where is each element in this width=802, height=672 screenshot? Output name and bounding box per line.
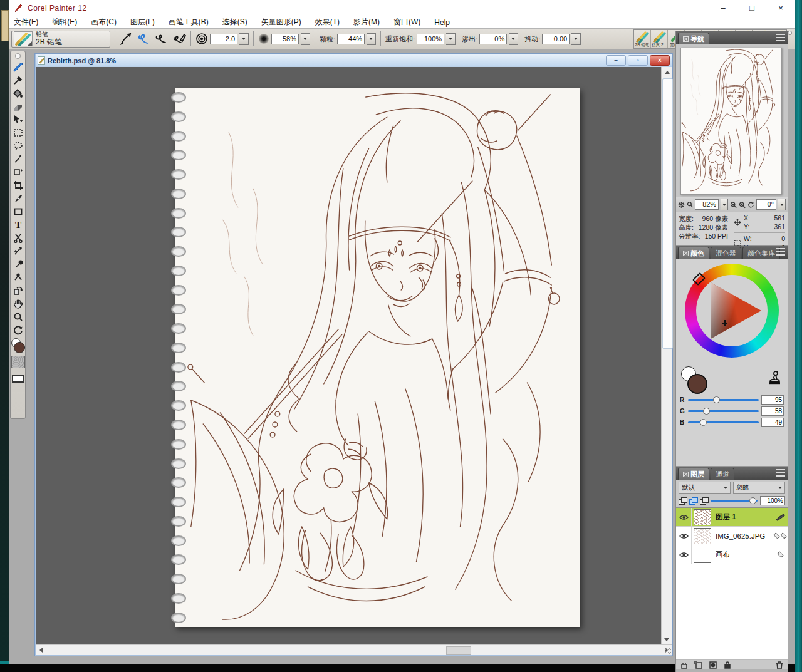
pen-tool-button[interactable] <box>11 192 24 205</box>
resize-grip[interactable] <box>665 648 671 654</box>
scissors-tool-button[interactable] <box>11 231 24 244</box>
tab-layers[interactable]: 图层 <box>678 468 709 480</box>
scroll-down-arrow[interactable] <box>664 638 669 641</box>
opacity-input[interactable]: 58% <box>271 34 299 44</box>
scroll-left-arrow[interactable] <box>39 648 43 653</box>
navigator-panel-menu-icon[interactable] <box>776 34 785 41</box>
panel-close-icon[interactable] <box>683 251 689 256</box>
rotate-icon[interactable] <box>747 200 754 209</box>
paint-bucket-tool-button[interactable] <box>11 86 24 100</box>
bleed-dropdown-button[interactable] <box>509 33 518 45</box>
scroll-up-arrow[interactable] <box>665 71 670 74</box>
document-restore-button[interactable]: ▫ <box>628 55 648 66</box>
layer-list-empty-area[interactable] <box>676 564 788 660</box>
preserve-transparency-icon[interactable] <box>679 497 687 504</box>
menu-item-5[interactable]: 选择(S) <box>222 17 247 28</box>
paper-texture-swatch[interactable] <box>11 356 25 368</box>
stroke-preview-blue-icon[interactable] <box>137 33 150 45</box>
document-minimize-button[interactable]: – <box>606 55 626 66</box>
opacity-dropdown-button[interactable] <box>301 33 310 45</box>
g-value[interactable]: 58 <box>761 406 784 416</box>
zoom-out-icon[interactable] <box>730 200 737 209</box>
menu-item-4[interactable]: 画笔工具(B) <box>169 17 209 28</box>
tab-color-sets[interactable]: 颜色集库 <box>742 247 780 259</box>
menu-item-1[interactable]: 编辑(E) <box>52 17 77 28</box>
primary-color-swatch[interactable] <box>687 374 707 394</box>
vertical-scroll-thumb[interactable] <box>662 78 673 349</box>
menu-item-3[interactable]: 图层(L) <box>130 17 155 28</box>
dropper-tool-button[interactable] <box>11 73 24 86</box>
shape-edit-tool-button[interactable] <box>11 244 24 257</box>
color-panel-menu-icon[interactable] <box>776 248 785 256</box>
magic-wand-tool-button[interactable] <box>11 152 24 165</box>
transform-tool-button[interactable] <box>11 165 24 178</box>
brush-preset-0[interactable]: 2B 铅笔 <box>634 30 651 48</box>
toolbox-color-swatches[interactable] <box>11 338 25 353</box>
convert-point-tool-button[interactable] <box>11 271 24 284</box>
jitter-input[interactable]: 0.00 <box>542 34 570 44</box>
resat-input[interactable]: 100% <box>417 34 444 44</box>
canvas-horizontal-scrollbar[interactable] <box>36 644 672 655</box>
text-tool-button[interactable]: T <box>11 218 24 231</box>
resat-dropdown-button[interactable] <box>446 33 456 45</box>
zoom-tool-button[interactable] <box>11 310 24 323</box>
grain-input[interactable]: 44% <box>337 34 365 44</box>
eraser-tool-button[interactable] <box>11 100 24 113</box>
sv-marker[interactable] <box>722 320 727 326</box>
b-value[interactable]: 49 <box>761 418 784 427</box>
r-value[interactable]: 95 <box>761 395 784 405</box>
menu-item-2[interactable]: 画布(C) <box>91 17 117 28</box>
rect-select-tool-button[interactable] <box>11 126 24 139</box>
jitter-dropdown-button[interactable] <box>571 33 581 45</box>
navigator-rotation-input[interactable]: 0° <box>756 199 776 210</box>
tab-mixer[interactable]: 混色器 <box>711 247 741 259</box>
layer-opacity-value[interactable]: 100% <box>760 496 785 505</box>
hand-tool-button[interactable] <box>11 297 24 310</box>
navigator-thumbnail[interactable] <box>680 48 782 195</box>
menu-item-8[interactable]: 影片(M) <box>353 17 380 28</box>
blue-slider[interactable] <box>688 421 759 423</box>
visibility-eye-icon[interactable] <box>676 508 692 526</box>
tab-color[interactable]: 颜色 <box>678 247 709 259</box>
layer-thumbnail[interactable] <box>694 528 711 544</box>
layer-thumbnail[interactable] <box>694 509 711 525</box>
screen-mode-toggle[interactable] <box>12 375 24 383</box>
brush-tool-button[interactable] <box>11 60 24 73</box>
panel-close-icon[interactable] <box>683 36 689 42</box>
window-minimize-button[interactable]: – <box>709 0 737 16</box>
grain-dropdown-button[interactable] <box>367 33 376 45</box>
rotate-canvas-tool-button[interactable] <box>11 323 24 336</box>
bleed-input[interactable]: 0% <box>479 34 507 44</box>
window-maximize-button[interactable]: □ <box>737 0 766 16</box>
size-dropdown-button[interactable] <box>239 33 249 45</box>
brush-selector[interactable]: 铅笔 2B 铅笔 <box>11 31 110 48</box>
navigator-preview[interactable] <box>676 44 788 197</box>
canvas-area[interactable] <box>36 67 661 644</box>
point-tool-button[interactable] <box>11 257 24 271</box>
clone-color-stamp-icon[interactable] <box>768 370 781 385</box>
crop-tool-button[interactable] <box>11 178 24 192</box>
red-slider[interactable] <box>688 399 759 401</box>
layer-adjuster-tool-button[interactable] <box>11 113 24 126</box>
brush-preset-1[interactable]: 仿真 2... <box>651 30 668 48</box>
menu-item-7[interactable]: 效果(T) <box>315 17 340 28</box>
navigator-settings-icon[interactable] <box>678 200 685 209</box>
zoom-in-icon[interactable] <box>739 200 746 209</box>
horizontal-scroll-thumb[interactable] <box>446 646 471 655</box>
layer-row-canvas[interactable]: 画布 <box>676 545 788 564</box>
visibility-eye-icon[interactable] <box>676 527 692 545</box>
dynamic-plugin-button[interactable] <box>680 661 689 669</box>
navigator-rotation-dropdown[interactable] <box>778 199 786 210</box>
layer-name[interactable]: 画布 <box>711 550 773 559</box>
tab-navigator[interactable]: 导航 <box>678 33 709 44</box>
visibility-eye-icon[interactable] <box>676 545 692 564</box>
new-mask-button[interactable] <box>709 661 717 669</box>
brushstroke-pen-icon[interactable] <box>172 33 186 45</box>
menu-item-9[interactable]: 窗口(W) <box>393 17 420 28</box>
layer-opacity-slider[interactable] <box>711 500 758 502</box>
green-slider[interactable] <box>688 410 759 412</box>
delete-layer-trash-button[interactable] <box>775 661 784 669</box>
canvas-vertical-scrollbar[interactable] <box>661 67 672 644</box>
size-input[interactable]: 2.0 <box>210 34 237 44</box>
tab-channels[interactable]: 通道 <box>711 468 734 480</box>
